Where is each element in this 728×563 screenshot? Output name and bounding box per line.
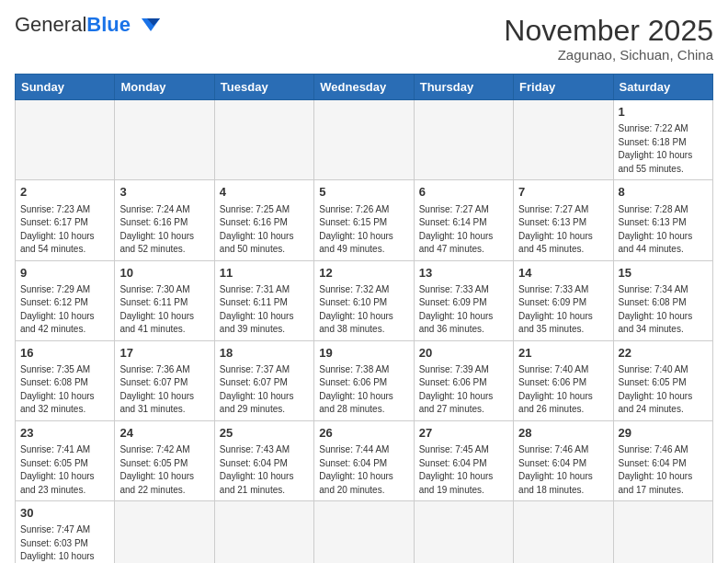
day-number: 8 xyxy=(619,184,708,201)
day-info: Sunrise: 7:29 AM Sunset: 6:12 PM Dayligh… xyxy=(20,283,109,337)
day-number: 11 xyxy=(220,265,309,282)
calendar-cell xyxy=(314,501,414,563)
day-number: 24 xyxy=(119,425,209,442)
calendar-cell: 8Sunrise: 7:28 AM Sunset: 6:13 PM Daylig… xyxy=(613,180,712,260)
day-number: 6 xyxy=(419,184,508,201)
day-info: Sunrise: 7:41 AM Sunset: 6:05 PM Dayligh… xyxy=(20,443,109,497)
calendar-cell: 29Sunrise: 7:46 AM Sunset: 6:04 PM Dayli… xyxy=(613,420,712,500)
day-info: Sunrise: 7:34 AM Sunset: 6:08 PM Dayligh… xyxy=(619,283,708,337)
calendar-cell xyxy=(115,100,214,180)
day-info: Sunrise: 7:24 AM Sunset: 6:16 PM Dayligh… xyxy=(119,203,209,257)
weekday-header-tuesday: Tuesday xyxy=(214,75,313,100)
day-info: Sunrise: 7:43 AM Sunset: 6:04 PM Dayligh… xyxy=(220,443,309,497)
calendar-week-5: 30Sunrise: 7:47 AM Sunset: 6:03 PM Dayli… xyxy=(16,501,713,563)
day-info: Sunrise: 7:38 AM Sunset: 6:06 PM Dayligh… xyxy=(319,363,408,417)
calendar-cell xyxy=(414,100,513,180)
calendar-week-4: 23Sunrise: 7:41 AM Sunset: 6:05 PM Dayli… xyxy=(16,420,713,500)
day-info: Sunrise: 7:22 AM Sunset: 6:18 PM Dayligh… xyxy=(619,122,708,176)
calendar-cell: 10Sunrise: 7:30 AM Sunset: 6:11 PM Dayli… xyxy=(115,260,214,340)
day-info: Sunrise: 7:39 AM Sunset: 6:06 PM Dayligh… xyxy=(419,363,508,417)
day-number: 19 xyxy=(319,345,408,362)
calendar-cell: 13Sunrise: 7:33 AM Sunset: 6:09 PM Dayli… xyxy=(414,260,513,340)
day-info: Sunrise: 7:40 AM Sunset: 6:05 PM Dayligh… xyxy=(619,363,708,417)
calendar-cell: 4Sunrise: 7:25 AM Sunset: 6:16 PM Daylig… xyxy=(214,180,313,260)
calendar-cell xyxy=(514,501,613,563)
month-title: November 2025 xyxy=(504,15,713,47)
day-number: 13 xyxy=(419,265,508,282)
day-number: 26 xyxy=(319,425,408,442)
day-number: 7 xyxy=(518,184,608,201)
day-info: Sunrise: 7:46 AM Sunset: 6:04 PM Dayligh… xyxy=(518,443,608,497)
calendar-cell: 20Sunrise: 7:39 AM Sunset: 6:06 PM Dayli… xyxy=(414,340,513,420)
day-info: Sunrise: 7:30 AM Sunset: 6:11 PM Dayligh… xyxy=(119,283,209,337)
day-number: 14 xyxy=(518,265,608,282)
day-info: Sunrise: 7:25 AM Sunset: 6:16 PM Dayligh… xyxy=(220,203,309,257)
day-number: 5 xyxy=(319,184,408,201)
logo-text: GeneralBlue xyxy=(15,15,131,35)
day-info: Sunrise: 7:37 AM Sunset: 6:07 PM Dayligh… xyxy=(220,363,309,417)
day-info: Sunrise: 7:33 AM Sunset: 6:09 PM Dayligh… xyxy=(419,283,508,337)
day-number: 21 xyxy=(518,345,608,362)
calendar-cell xyxy=(414,501,513,563)
calendar-week-3: 16Sunrise: 7:35 AM Sunset: 6:08 PM Dayli… xyxy=(16,340,713,420)
page-header: GeneralBlue November 2025 Zagunao, Sichu… xyxy=(15,15,713,63)
weekday-header-sunday: Sunday xyxy=(16,75,115,100)
day-number: 25 xyxy=(220,425,309,442)
day-info: Sunrise: 7:47 AM Sunset: 6:03 PM Dayligh… xyxy=(20,523,109,563)
day-number: 23 xyxy=(20,425,109,442)
calendar-table: SundayMondayTuesdayWednesdayThursdayFrid… xyxy=(15,74,713,563)
calendar-cell: 9Sunrise: 7:29 AM Sunset: 6:12 PM Daylig… xyxy=(16,260,115,340)
day-number: 2 xyxy=(20,184,109,201)
calendar-cell xyxy=(314,100,414,180)
day-info: Sunrise: 7:27 AM Sunset: 6:14 PM Dayligh… xyxy=(419,203,508,257)
calendar-cell: 19Sunrise: 7:38 AM Sunset: 6:06 PM Dayli… xyxy=(314,340,414,420)
day-info: Sunrise: 7:28 AM Sunset: 6:13 PM Dayligh… xyxy=(619,203,708,257)
day-number: 4 xyxy=(220,184,309,201)
day-number: 1 xyxy=(619,104,708,121)
calendar-cell: 5Sunrise: 7:26 AM Sunset: 6:15 PM Daylig… xyxy=(314,180,414,260)
calendar-cell: 6Sunrise: 7:27 AM Sunset: 6:14 PM Daylig… xyxy=(414,180,513,260)
calendar-cell: 18Sunrise: 7:37 AM Sunset: 6:07 PM Dayli… xyxy=(214,340,313,420)
calendar-cell: 30Sunrise: 7:47 AM Sunset: 6:03 PM Dayli… xyxy=(16,501,115,563)
calendar-cell: 12Sunrise: 7:32 AM Sunset: 6:10 PM Dayli… xyxy=(314,260,414,340)
calendar-cell: 15Sunrise: 7:34 AM Sunset: 6:08 PM Dayli… xyxy=(613,260,712,340)
calendar-cell: 2Sunrise: 7:23 AM Sunset: 6:17 PM Daylig… xyxy=(16,180,115,260)
day-info: Sunrise: 7:45 AM Sunset: 6:04 PM Dayligh… xyxy=(419,443,508,497)
logo-icon xyxy=(134,15,167,35)
day-number: 9 xyxy=(20,265,109,282)
calendar-cell: 7Sunrise: 7:27 AM Sunset: 6:13 PM Daylig… xyxy=(514,180,613,260)
day-number: 18 xyxy=(220,345,309,362)
calendar-cell: 16Sunrise: 7:35 AM Sunset: 6:08 PM Dayli… xyxy=(16,340,115,420)
weekday-header-monday: Monday xyxy=(115,75,214,100)
calendar-cell: 28Sunrise: 7:46 AM Sunset: 6:04 PM Dayli… xyxy=(514,420,613,500)
weekday-header-wednesday: Wednesday xyxy=(314,75,414,100)
calendar-cell xyxy=(514,100,613,180)
calendar-cell: 24Sunrise: 7:42 AM Sunset: 6:05 PM Dayli… xyxy=(115,420,214,500)
day-info: Sunrise: 7:27 AM Sunset: 6:13 PM Dayligh… xyxy=(518,203,608,257)
weekday-header-thursday: Thursday xyxy=(414,75,513,100)
calendar-cell: 25Sunrise: 7:43 AM Sunset: 6:04 PM Dayli… xyxy=(214,420,313,500)
day-number: 27 xyxy=(419,425,508,442)
day-number: 22 xyxy=(619,345,708,362)
calendar-week-0: 1Sunrise: 7:22 AM Sunset: 6:18 PM Daylig… xyxy=(16,100,713,180)
calendar-cell: 23Sunrise: 7:41 AM Sunset: 6:05 PM Dayli… xyxy=(16,420,115,500)
day-info: Sunrise: 7:31 AM Sunset: 6:11 PM Dayligh… xyxy=(220,283,309,337)
day-info: Sunrise: 7:44 AM Sunset: 6:04 PM Dayligh… xyxy=(319,443,408,497)
day-number: 29 xyxy=(619,425,708,442)
calendar-cell: 1Sunrise: 7:22 AM Sunset: 6:18 PM Daylig… xyxy=(613,100,712,180)
day-info: Sunrise: 7:33 AM Sunset: 6:09 PM Dayligh… xyxy=(518,283,608,337)
calendar-cell: 26Sunrise: 7:44 AM Sunset: 6:04 PM Dayli… xyxy=(314,420,414,500)
calendar-cell xyxy=(214,100,313,180)
day-info: Sunrise: 7:26 AM Sunset: 6:15 PM Dayligh… xyxy=(319,203,408,257)
calendar-week-2: 9Sunrise: 7:29 AM Sunset: 6:12 PM Daylig… xyxy=(16,260,713,340)
day-number: 16 xyxy=(20,345,109,362)
title-block: November 2025 Zagunao, Sichuan, China xyxy=(504,15,713,63)
day-number: 12 xyxy=(319,265,408,282)
calendar-cell: 11Sunrise: 7:31 AM Sunset: 6:11 PM Dayli… xyxy=(214,260,313,340)
day-number: 3 xyxy=(119,184,209,201)
day-number: 10 xyxy=(119,265,209,282)
location: Zagunao, Sichuan, China xyxy=(504,47,713,63)
day-info: Sunrise: 7:36 AM Sunset: 6:07 PM Dayligh… xyxy=(119,363,209,417)
day-info: Sunrise: 7:42 AM Sunset: 6:05 PM Dayligh… xyxy=(119,443,209,497)
calendar-cell: 27Sunrise: 7:45 AM Sunset: 6:04 PM Dayli… xyxy=(414,420,513,500)
